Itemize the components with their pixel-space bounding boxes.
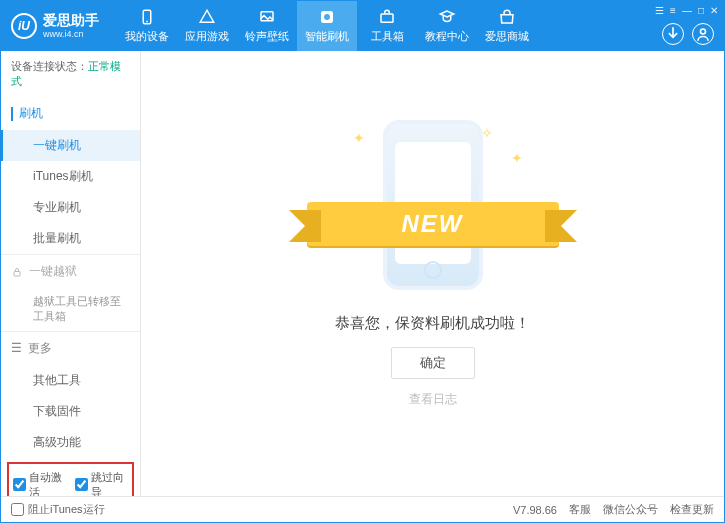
wechat-link[interactable]: 微信公众号 xyxy=(603,502,658,517)
app-window: iU 爱思助手 www.i4.cn 我的设备 应用游戏 铃声壁纸 智能刷机 工具… xyxy=(0,0,725,523)
sidebar-item-pro[interactable]: 专业刷机 xyxy=(1,192,140,223)
lock-icon xyxy=(11,266,23,278)
maximize-icon[interactable]: □ xyxy=(698,5,704,16)
sparkle-icon: ✦ xyxy=(511,150,523,166)
nav-toolbox[interactable]: 工具箱 xyxy=(357,1,417,51)
titlebar: iU 爱思助手 www.i4.cn 我的设备 应用游戏 铃声壁纸 智能刷机 工具… xyxy=(1,1,724,51)
header-actions xyxy=(662,23,714,45)
connection-status: 设备连接状态：正常模式 xyxy=(1,51,140,97)
nav-ringtones[interactable]: 铃声壁纸 xyxy=(237,1,297,51)
nav-flash[interactable]: 智能刷机 xyxy=(297,1,357,51)
new-ribbon: NEW xyxy=(307,202,559,246)
sidebar-item-firmware[interactable]: 下载固件 xyxy=(1,396,140,427)
store-icon xyxy=(498,8,516,26)
sidebar-item-other[interactable]: 其他工具 xyxy=(1,365,140,396)
footer: 阻止iTunes运行 V7.98.66 客服 微信公众号 检查更新 xyxy=(1,496,724,522)
user-button[interactable] xyxy=(692,23,714,45)
success-message: 恭喜您，保资料刷机成功啦！ xyxy=(335,314,530,333)
svg-point-5 xyxy=(701,29,706,34)
close-icon[interactable]: ✕ xyxy=(710,5,718,16)
minimize-icon[interactable]: — xyxy=(682,5,692,16)
block-itunes-checkbox[interactable]: 阻止iTunes运行 xyxy=(11,502,105,517)
section-flash-header[interactable]: 刷机 xyxy=(1,97,140,130)
apps-icon xyxy=(198,8,216,26)
auto-activate-checkbox[interactable]: 自动激活 xyxy=(13,470,67,496)
service-link[interactable]: 客服 xyxy=(569,502,591,517)
view-log-link[interactable]: 查看日志 xyxy=(409,391,457,408)
success-illustration: ✦ ✦ ✦ ✧ NEW xyxy=(333,120,533,300)
sidebar-item-advanced[interactable]: 高级功能 xyxy=(1,427,140,458)
sidebar-item-itunes[interactable]: iTunes刷机 xyxy=(1,161,140,192)
window-controls: ☰ ≡ — □ ✕ xyxy=(655,5,718,16)
logo-icon: iU xyxy=(11,13,37,39)
svg-rect-6 xyxy=(14,271,20,276)
logo: iU 爱思助手 www.i4.cn xyxy=(1,12,109,40)
top-nav: 我的设备 应用游戏 铃声壁纸 智能刷机 工具箱 教程中心 爱思商城 xyxy=(117,1,537,51)
jailbreak-note: 越狱工具已转移至工具箱 xyxy=(1,288,140,331)
nav-store[interactable]: 爱思商城 xyxy=(477,1,537,51)
download-button[interactable] xyxy=(662,23,684,45)
flash-icon xyxy=(318,8,336,26)
section-more-header[interactable]: ☰更多 xyxy=(1,332,140,365)
pin-icon[interactable]: ≡ xyxy=(670,5,676,16)
tutorial-icon xyxy=(438,8,456,26)
phone-icon xyxy=(138,8,156,26)
skip-guide-checkbox[interactable]: 跳过向导 xyxy=(75,470,129,496)
sparkle-icon: ✦ xyxy=(353,130,365,146)
nav-tutorials[interactable]: 教程中心 xyxy=(417,1,477,51)
nav-apps[interactable]: 应用游戏 xyxy=(177,1,237,51)
main-content: ✦ ✦ ✦ ✧ NEW 恭喜您，保资料刷机成功啦！ 确定 查看日志 xyxy=(141,51,724,496)
toolbox-icon xyxy=(378,8,396,26)
wallpaper-icon xyxy=(258,8,276,26)
app-title: 爱思助手 xyxy=(43,12,99,29)
options-highlighted: 自动激活 跳过向导 xyxy=(7,462,134,496)
sidebar-item-oneclick[interactable]: 一键刷机 xyxy=(1,130,140,161)
section-jailbreak-header: 一键越狱 xyxy=(1,255,140,288)
ok-button[interactable]: 确定 xyxy=(391,347,475,379)
sidebar-item-batch[interactable]: 批量刷机 xyxy=(1,223,140,254)
update-link[interactable]: 检查更新 xyxy=(670,502,714,517)
body: 设备连接状态：正常模式 刷机 一键刷机 iTunes刷机 专业刷机 批量刷机 一… xyxy=(1,51,724,496)
menu-icon[interactable]: ☰ xyxy=(655,5,664,16)
version-label: V7.98.66 xyxy=(513,504,557,516)
svg-rect-4 xyxy=(381,14,393,22)
nav-my-device[interactable]: 我的设备 xyxy=(117,1,177,51)
sidebar: 设备连接状态：正常模式 刷机 一键刷机 iTunes刷机 专业刷机 批量刷机 一… xyxy=(1,51,141,496)
app-url: www.i4.cn xyxy=(43,29,99,40)
